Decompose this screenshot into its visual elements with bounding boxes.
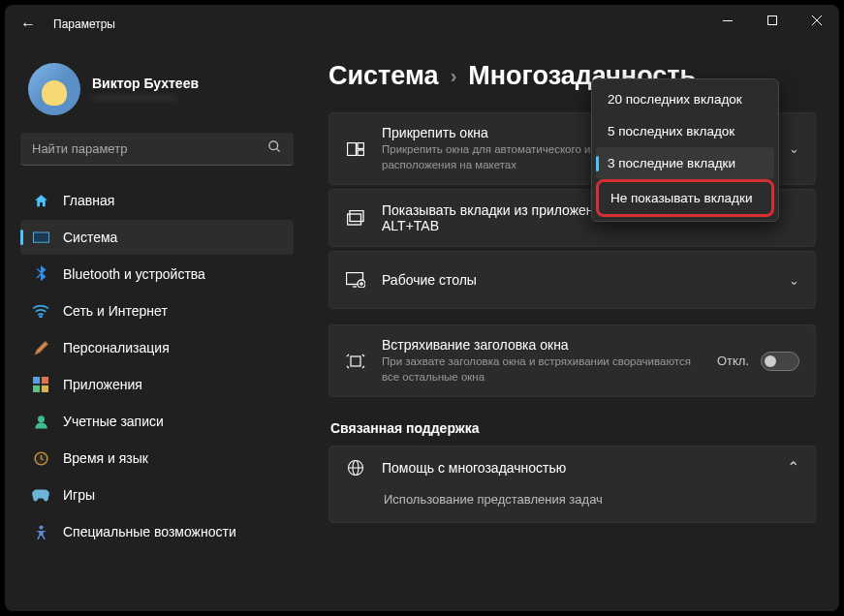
svg-point-11 — [37, 416, 44, 422]
sidebar-item-home[interactable]: Главная — [20, 183, 294, 218]
card-title: Помощь с многозадачностью — [382, 460, 771, 476]
dropdown-option[interactable]: 5 последних вкладок — [596, 115, 774, 147]
search-input[interactable] — [32, 141, 267, 156]
dropdown-option[interactable]: 20 последних вкладок — [596, 83, 774, 115]
time-icon — [32, 449, 49, 467]
bt-icon — [32, 265, 49, 283]
sidebar-item-label: Главная — [63, 193, 114, 208]
dropdown-option[interactable]: Не показывать вкладки — [596, 179, 774, 217]
svg-rect-24 — [351, 356, 360, 366]
sidebar-item-label: Система — [63, 230, 117, 245]
sidebar-item-label: Приложения — [63, 377, 142, 392]
home-icon — [32, 192, 49, 209]
sidebar-item-access[interactable]: Специальные возможности — [20, 514, 294, 549]
system-icon — [32, 229, 49, 246]
card-shake[interactable]: Встряхивание заголовка окна При захвате … — [328, 324, 816, 397]
svg-rect-14 — [348, 142, 357, 155]
sidebar-item-label: Специальные возможности — [63, 524, 236, 539]
dropdown-option[interactable]: 3 последние вкладки — [596, 147, 774, 179]
sidebar-item-label: Bluetooth и устройства — [63, 266, 205, 282]
desktops-icon — [345, 272, 366, 288]
sidebar-item-apps[interactable]: Приложения — [20, 367, 294, 402]
svg-rect-0 — [723, 20, 733, 21]
svg-point-13 — [39, 525, 43, 529]
chevron-down-icon: ⌄ — [789, 273, 799, 288]
card-title: Рабочие столы — [382, 272, 773, 288]
avatar — [28, 63, 80, 115]
support-heading: Связанная поддержка — [330, 420, 816, 436]
svg-rect-9 — [33, 385, 40, 392]
svg-rect-7 — [33, 377, 40, 384]
card-help[interactable]: Помощь с многозадачностью ⌃ Использовани… — [328, 446, 816, 523]
sidebar-item-time[interactable]: Время и язык — [20, 441, 294, 476]
profile-name: Виктор Бухтеев — [92, 76, 199, 91]
net-icon — [32, 302, 49, 320]
profile-block[interactable]: Виктор Бухтеев ———————— — [20, 51, 294, 133]
sidebar-item-system[interactable]: Система — [20, 220, 294, 255]
svg-rect-15 — [358, 142, 364, 148]
svg-line-3 — [276, 148, 279, 151]
back-icon[interactable]: ← — [20, 15, 36, 33]
sidebar-item-net[interactable]: Сеть и Интернет — [20, 293, 294, 328]
card-desktops[interactable]: Рабочие столы ⌄ — [328, 251, 816, 309]
card-title: Встряхивание заголовка окна — [382, 337, 702, 353]
game-icon — [32, 486, 49, 504]
sidebar-item-label: Сеть и Интернет — [63, 303, 168, 319]
shake-icon — [345, 353, 366, 370]
chevron-right-icon: › — [451, 65, 457, 87]
snap-icon — [345, 142, 366, 156]
pers-icon — [32, 339, 49, 356]
breadcrumb-root[interactable]: Система — [328, 61, 439, 91]
search-box[interactable] — [20, 133, 294, 166]
access-icon — [32, 523, 49, 540]
svg-rect-16 — [358, 150, 364, 156]
globe-icon — [345, 459, 366, 477]
sidebar-item-label: Учетные записи — [63, 414, 164, 429]
svg-rect-8 — [42, 377, 48, 384]
card-sub: При захвате заголовка окна и встряхивани… — [382, 354, 702, 385]
maximize-button[interactable] — [750, 5, 795, 36]
windows-icon — [345, 210, 366, 226]
sidebar-item-pers[interactable]: Персонализация — [20, 330, 294, 365]
svg-point-6 — [40, 316, 42, 318]
help-subitem[interactable]: Использование представления задач — [345, 482, 799, 510]
shake-toggle[interactable] — [761, 352, 799, 371]
acct-icon — [32, 413, 49, 430]
sidebar-item-game[interactable]: Игры — [20, 477, 294, 512]
svg-point-2 — [269, 141, 278, 150]
minimize-button[interactable] — [705, 5, 750, 36]
sidebar-item-label: Персонализация — [63, 340, 170, 355]
sidebar-item-bt[interactable]: Bluetooth и устройства — [20, 257, 294, 292]
apps-icon — [32, 376, 49, 393]
sidebar-item-acct[interactable]: Учетные записи — [20, 404, 294, 439]
toggle-state: Откл. — [717, 354, 749, 368]
svg-rect-5 — [33, 232, 47, 241]
chevron-up-icon: ⌃ — [787, 458, 799, 477]
search-icon — [267, 139, 282, 158]
sidebar-item-label: Время и язык — [63, 450, 148, 466]
window-title: Параметры — [53, 17, 115, 31]
chevron-down-icon: ⌄ — [789, 141, 799, 156]
alt-tab-dropdown[interactable]: 20 последних вкладок5 последних вкладок3… — [591, 78, 779, 222]
close-button[interactable] — [795, 5, 839, 36]
svg-rect-1 — [768, 16, 777, 25]
sidebar-item-label: Игры — [63, 487, 95, 503]
profile-sub: ———————— — [92, 91, 199, 103]
svg-rect-10 — [42, 385, 48, 392]
